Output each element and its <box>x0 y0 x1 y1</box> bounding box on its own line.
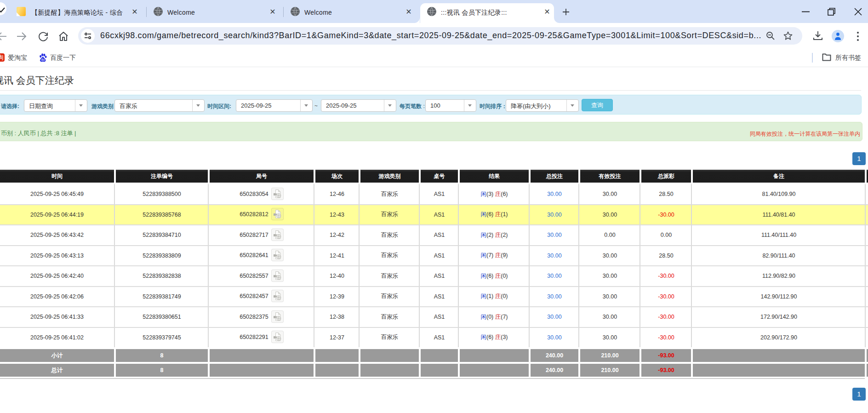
svg-text:du: du <box>41 57 45 62</box>
